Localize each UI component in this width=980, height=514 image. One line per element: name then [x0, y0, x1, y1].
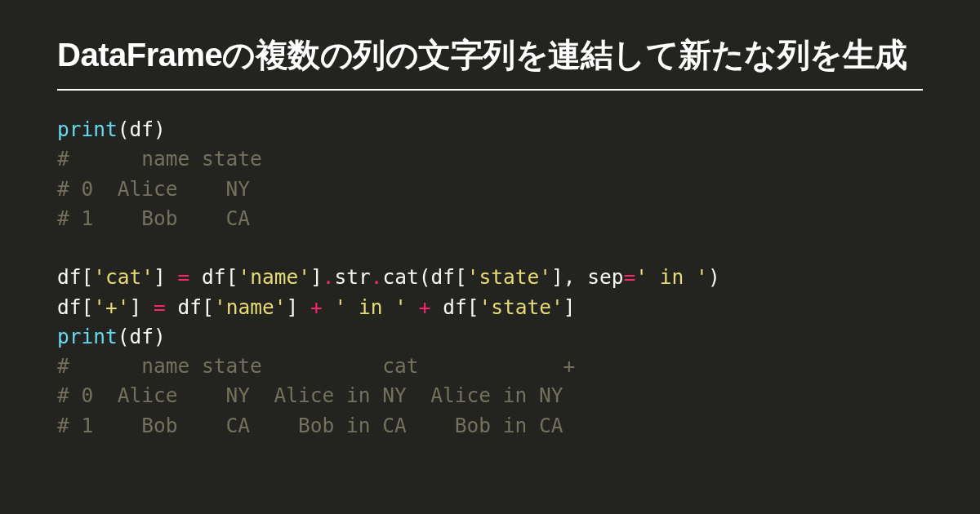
var-df: df	[202, 265, 226, 289]
str-name: 'name'	[214, 295, 287, 319]
attr-str: str	[334, 265, 370, 289]
kw-sep: sep	[587, 265, 623, 289]
var-df: df	[57, 265, 82, 289]
str-state: 'state'	[467, 265, 551, 289]
comment-row: # 0 Alice NY Alice in NY Alice in NY	[57, 383, 564, 407]
fn-print: print	[57, 325, 118, 348]
var-df: df	[443, 295, 467, 319]
arg-df: df	[130, 117, 154, 141]
str-state: 'state'	[479, 295, 564, 319]
str-sep: ' in '	[635, 265, 708, 289]
str-in: ' in '	[334, 295, 407, 319]
comment-row: # 1 Bob CA Bob in CA Bob in CA	[57, 414, 564, 437]
fn-print: print	[57, 117, 118, 141]
code-block: print(df) # name state # 0 Alice NY # 1 …	[57, 115, 923, 441]
str-cat: 'cat'	[93, 265, 154, 289]
var-df: df	[57, 295, 82, 319]
comment-row: # name state cat +	[57, 354, 575, 378]
var-df: df	[431, 265, 456, 289]
var-df: df	[178, 295, 203, 319]
comment-row: # 0 Alice NY	[57, 177, 250, 201]
comment-row: # 1 Bob CA	[57, 206, 250, 230]
str-name: 'name'	[238, 265, 310, 289]
method-cat: cat	[382, 265, 418, 289]
arg-df: df	[130, 325, 154, 348]
str-plus: '+'	[93, 295, 129, 319]
comment-row: # name state	[57, 147, 262, 171]
page-title: DataFrameの複数の列の文字列を連結して新たな列を生成	[57, 33, 923, 91]
